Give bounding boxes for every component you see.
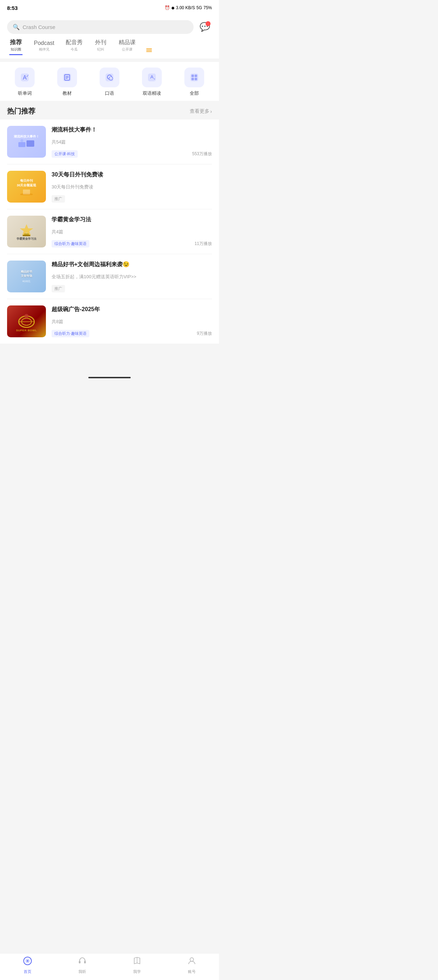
content-item-1[interactable]: 潮流科技大事件！ 潮流科技大事件！ 共54篇 公开课·科技 553万播放	[7, 119, 212, 164]
superbowl-illustration	[16, 311, 37, 329]
svg-rect-24	[27, 140, 34, 147]
status-time: 8:53	[7, 5, 17, 11]
svg-rect-27	[23, 189, 30, 194]
content-title-4: 精品好书+文创周边福利来袭😉	[52, 261, 212, 268]
svg-rect-30	[22, 235, 30, 236]
content-item-3[interactable]: 学霸黄金学习法 学霸黄金学习法 共4篇 综合听力·趣味英语 11万播放	[7, 209, 212, 254]
category-kouyu-label: 口语	[105, 90, 114, 97]
content-thumb-5: SUPER BOWL	[7, 305, 46, 337]
svg-rect-1	[146, 50, 152, 51]
shuangyu-svg: A +	[147, 72, 157, 83]
content-info-5: 超级碗广告-2025年 共8篇 综合听力·趣味英语 9万播放	[52, 305, 212, 337]
category-section: A ✓ 听单词 教材 ☺ 口语	[0, 62, 219, 101]
category-quanbu[interactable]: 全部	[173, 67, 216, 97]
content-title-3: 学霸黄金学习法	[52, 216, 212, 223]
content-title-2: 30天每日外刊免费读	[52, 171, 212, 178]
chevron-right-icon: ›	[210, 108, 212, 114]
category-jiaocai-label: 教材	[62, 90, 72, 97]
content-thumb-2: 每日外刊30天全额返现	[7, 171, 46, 202]
svg-text:A: A	[151, 74, 154, 80]
content-subtitle-5: 共8篇	[52, 318, 212, 325]
section-title: 热门推荐	[7, 107, 35, 116]
content-item-4[interactable]: 精品好书文创专场 ¥100元 精品好书+文创周边福利来袭😉 全场五折起，满100…	[7, 254, 212, 299]
play-count-3: 11万播放	[195, 241, 212, 247]
search-area: 🔍 Crash Course 💬 ·	[0, 16, 219, 34]
category-shuangyujingdu[interactable]: A + 双语精读	[131, 67, 173, 97]
svg-point-34	[24, 314, 29, 318]
svg-rect-0	[146, 48, 152, 49]
status-bar: 8:53 ⏰ ◆ 3.00 KB/S 5G 75%	[0, 0, 219, 16]
content-tag-5: 综合听力·趣味英语	[52, 330, 89, 337]
tab-waikan-sub: 纪叫	[97, 47, 104, 52]
content-info-4: 精品好书+文创周边福利来袭😉 全场五折起，满100元赠送英语听力VIP>> 推广	[52, 261, 212, 293]
content-meta-2: 推广	[52, 195, 212, 202]
content-tag-3: 综合听力·趣味英语	[52, 240, 89, 248]
play-count-1: 553万播放	[192, 151, 212, 157]
category-tingdanci[interactable]: A ✓ 听单词	[3, 67, 46, 97]
shuangyujingdu-icon: A +	[142, 67, 162, 88]
tab-podcast[interactable]: Podcast 相伴兄	[28, 36, 60, 59]
content-info-1: 潮流科技大事件！ 共54篇 公开课·科技 553万播放	[52, 126, 212, 158]
content-subtitle-1: 共54篇	[52, 139, 212, 145]
tab-jingpinke[interactable]: 精品课 公开课	[113, 35, 141, 59]
content-thumb-1: 潮流科技大事件！	[7, 126, 46, 158]
bluetooth-icon: ◆	[171, 5, 175, 10]
svg-rect-19	[192, 75, 194, 77]
content-thumb-3: 学霸黄金学习法	[7, 216, 46, 248]
jiaocai-icon	[57, 67, 77, 88]
battery-icon: 75%	[203, 5, 212, 10]
svg-text:☺: ☺	[110, 78, 112, 80]
jiaocai-svg	[62, 72, 72, 83]
content-tag-4: 推广	[52, 285, 65, 293]
content-item-2[interactable]: 每日外刊30天全额返现 30天每日外刊免费读 30天每日外刊免费读 推广	[7, 164, 212, 209]
tab-tuijian[interactable]: 推荐 知识圈	[3, 34, 28, 59]
svg-rect-18	[190, 73, 198, 81]
tab-peiyinxiu[interactable]: 配音秀 今瓜	[60, 35, 88, 59]
reading-illustration	[19, 188, 33, 195]
tab-podcast-main: Podcast	[34, 40, 54, 46]
content-subtitle-3: 共4篇	[52, 229, 212, 235]
bars-icon	[145, 46, 153, 54]
search-placeholder-text: Crash Course	[22, 24, 56, 30]
content-subtitle-2: 30天每日外刊免费读	[52, 184, 212, 190]
nav-tabs: 推荐 知识圈 Podcast 相伴兄 配音秀 今瓜 外刊 纪叫 精品课 公开课	[0, 34, 219, 59]
content-title-5: 超级碗广告-2025年	[52, 305, 212, 313]
category-tingdanci-label: 听单词	[18, 90, 32, 97]
kouyu-svg: ☺	[104, 72, 115, 83]
category-quanbu-label: 全部	[190, 90, 199, 97]
notification-button[interactable]: 💬 ·	[198, 20, 212, 34]
category-jiaocai[interactable]: 教材	[46, 67, 88, 97]
tab-peiyinxiu-sub: 今瓜	[71, 47, 78, 52]
svg-rect-2	[146, 51, 152, 52]
tingdanci-svg: A ✓	[19, 72, 30, 83]
content-subtitle-4: 全场五折起，满100元赠送英语听力VIP>>	[52, 274, 212, 280]
home-indicator	[88, 377, 131, 378]
category-kouyu[interactable]: ☺ 口语	[88, 67, 131, 97]
content-meta-1: 公开课·科技 553万播放	[52, 150, 212, 158]
tab-podcast-sub: 相伴兄	[39, 47, 49, 52]
quanbu-svg	[189, 72, 200, 83]
tech-illustration	[17, 138, 35, 149]
tab-jingpinke-main: 精品课	[119, 39, 136, 46]
network-speed: 3.00 KB/S	[176, 5, 195, 10]
category-shuangyujingdu-label: 双语精读	[143, 90, 161, 97]
tab-tuijian-main: 推荐	[10, 38, 22, 46]
content-item-5[interactable]: SUPER BOWL 超级碗广告-2025年 共8篇 综合听力·趣味英语 9万播…	[7, 299, 212, 344]
search-bar[interactable]: 🔍 Crash Course	[7, 20, 194, 34]
kouyu-icon: ☺	[100, 67, 119, 88]
play-count-5: 9万播放	[197, 331, 212, 337]
tab-waikan[interactable]: 外刊 纪叫	[88, 35, 113, 59]
content-meta-4: 推广	[52, 285, 212, 293]
svg-point-25	[21, 139, 23, 142]
svg-text:✓: ✓	[26, 74, 29, 78]
quanbu-icon	[184, 67, 204, 88]
content-tag-1: 公开课·科技	[52, 150, 78, 158]
tab-peiyinxiu-main: 配音秀	[66, 39, 83, 46]
tab-jingpinke-sub: 公开课	[122, 47, 132, 52]
nav-more-button[interactable]	[141, 42, 157, 59]
hot-section-header: 热门推荐 查看更多 ›	[0, 101, 219, 119]
content-info-2: 30天每日外刊免费读 30天每日外刊免费读 推广	[52, 171, 212, 202]
view-more-button[interactable]: 查看更多 ›	[190, 108, 212, 115]
content-info-3: 学霸黄金学习法 共4篇 综合听力·趣味英语 11万播放	[52, 216, 212, 248]
content-tag-2: 推广	[52, 195, 65, 202]
